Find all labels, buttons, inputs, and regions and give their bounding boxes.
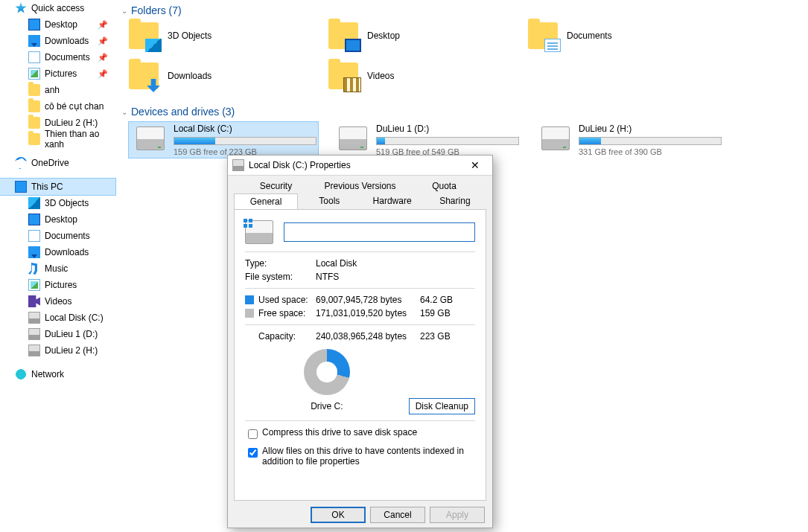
free-swatch-icon (245, 309, 254, 318)
capacity-bytes: 240,038,965,248 bytes (316, 331, 420, 342)
sidebar-item-music[interactable]: Music (0, 260, 115, 277)
drives-section-header[interactable]: ⌄ Devices and drives (3) (121, 106, 808, 118)
compress-label: Compress this drive to save disk space (262, 427, 417, 438)
sidebar-item-label: Downloads (45, 247, 89, 257)
documents-icon (28, 230, 40, 242)
drive-item-label: DuLieu 2 (H:) (579, 124, 722, 134)
section-header-label: Devices and drives (3) (131, 106, 235, 118)
sidebar-item-desktop[interactable]: Desktop 📌 (0, 16, 115, 33)
drive-item-d[interactable]: DuLieu 1 (D:) 519 GB free of 549 GB (331, 122, 521, 158)
tab-general[interactable]: General (234, 193, 298, 209)
sidebar-item-pictures[interactable]: Pictures 📌 (0, 65, 115, 82)
close-button[interactable]: ✕ (462, 158, 488, 173)
drive-item-h[interactable]: DuLieu 2 (H:) 331 GB free of 390 GB (534, 122, 723, 158)
disk-cleanup-button[interactable]: Disk Cleanup (409, 398, 475, 414)
pc-icon (15, 181, 27, 193)
tab-previous-versions[interactable]: Previous Versions (318, 179, 402, 193)
navigation-sidebar: Quick access Desktop 📌 Downloads 📌 Docum… (0, 0, 115, 532)
sidebar-label: Quick access (31, 3, 84, 13)
index-checkbox[interactable] (248, 448, 258, 458)
tab-sharing[interactable]: Sharing (424, 193, 486, 209)
filesystem-label: File system: (245, 272, 316, 282)
apply-button[interactable]: Apply (430, 507, 485, 523)
folder-item-3dobjects[interactable]: 3D Objects (129, 21, 315, 51)
sidebar-item-videos[interactable]: Videos (0, 293, 115, 310)
folders-section-header[interactable]: ⌄ Folders (7) (121, 4, 808, 16)
sidebar-onedrive[interactable]: OneDrive (0, 155, 115, 171)
tab-hardware[interactable]: Hardware (361, 193, 424, 209)
drive-item-c[interactable]: Local Disk (C:) 159 GB free of 223 GB (129, 122, 318, 158)
folder-icon (129, 22, 159, 49)
index-label: Allow files on this drive to have conten… (262, 446, 475, 467)
folder-icon (28, 133, 40, 145)
sidebar-item-downloads[interactable]: Downloads 📌 (0, 33, 115, 49)
sidebar-item-3dobjects[interactable]: 3D Objects (0, 195, 115, 211)
capacity-label: Capacity: (245, 331, 316, 342)
network-icon (15, 368, 27, 380)
folder-item-documents[interactable]: Documents (528, 21, 714, 51)
dialog-button-bar: OK Cancel Apply (228, 501, 492, 523)
onedrive-icon (15, 157, 27, 169)
sidebar-item-drive-d[interactable]: DuLieu 1 (D:) (0, 326, 115, 342)
ok-button[interactable]: OK (311, 507, 366, 523)
sidebar-item-label: Documents (45, 52, 90, 63)
folder-icon (528, 22, 558, 49)
sidebar-item-drive-h[interactable]: DuLieu 2 (H:) (0, 342, 115, 359)
drive-icon (28, 328, 40, 340)
drive-item-status: 331 GB free of 390 GB (579, 147, 722, 156)
tab-security[interactable]: Security (234, 179, 318, 193)
folder-icon (129, 63, 159, 89)
cancel-button[interactable]: Cancel (370, 507, 425, 523)
drive-icon (28, 312, 40, 324)
sidebar-item-label: DuLieu 1 (D:) (45, 329, 98, 339)
used-space-gb: 64.2 GB (420, 295, 465, 305)
donut-label: Drive C: (245, 401, 409, 411)
folder-item-desktop[interactable]: Desktop (328, 21, 515, 51)
sidebar-item-thienthan[interactable]: Thien than ao xanh (0, 131, 115, 147)
sidebar-item-anh[interactable]: anh (0, 82, 115, 98)
dialog-titlebar[interactable]: Local Disk (C:) Properties ✕ (228, 156, 492, 176)
tab-tools[interactable]: Tools (298, 193, 360, 209)
section-header-label: Folders (7) (131, 4, 182, 16)
pin-icon: 📌 (98, 36, 108, 46)
sidebar-item-cobe[interactable]: cô bé cụt chan (0, 98, 115, 115)
tabs-container: Security Previous Versions Quota General… (228, 176, 492, 209)
drive-icon (232, 159, 244, 171)
folder-item-label: Videos (367, 71, 394, 81)
sidebar-item-documents[interactable]: Documents 📌 (0, 49, 115, 65)
free-space-label: Free space: (245, 308, 316, 318)
dialog-title: Local Disk (C:) Properties (249, 160, 351, 170)
sidebar-this-pc[interactable]: This PC (0, 179, 115, 195)
tab-quota[interactable]: Quota (402, 179, 486, 193)
chevron-down-icon: ⌄ (121, 108, 127, 116)
sidebar-item-documents2[interactable]: Documents (0, 228, 115, 244)
drive-usage-bar (376, 137, 519, 145)
sidebar-item-label: Music (45, 263, 68, 274)
compress-checkbox[interactable] (248, 429, 258, 439)
sidebar-item-downloads2[interactable]: Downloads (0, 244, 115, 260)
tab-body-general: Type: Local Disk File system: NTFS Used … (234, 209, 486, 501)
sidebar-item-desktop2[interactable]: Desktop (0, 211, 115, 228)
sidebar-item-label: 3D Objects (45, 198, 89, 208)
sidebar-item-label: OneDrive (31, 158, 69, 168)
drive-name-input[interactable] (284, 222, 475, 242)
pin-icon: 📌 (98, 53, 108, 63)
folder-icon (28, 100, 40, 112)
folder-item-downloads[interactable]: Downloads (129, 61, 315, 91)
filesystem-value: NTFS (316, 272, 465, 282)
sidebar-item-label: Pictures (45, 280, 77, 290)
pin-icon: 📌 (98, 69, 108, 79)
sidebar-quick-access[interactable]: Quick access (0, 0, 115, 16)
sidebar-item-pictures2[interactable]: Pictures (0, 277, 115, 293)
chevron-down-icon: ⌄ (121, 7, 127, 15)
free-space-bytes: 171,031,019,520 bytes (316, 308, 420, 318)
folder-item-videos[interactable]: Videos (328, 61, 515, 91)
drive-icon (136, 126, 165, 150)
sidebar-item-label: This PC (31, 182, 63, 192)
drive-icon (28, 344, 40, 356)
desktop-icon (28, 214, 40, 225)
sidebar-item-drive-c[interactable]: Local Disk (C:) (0, 310, 115, 326)
sidebar-item-label: Documents (45, 231, 90, 241)
sidebar-network[interactable]: Network (0, 366, 115, 382)
folder-item-label: Downloads (168, 71, 211, 81)
